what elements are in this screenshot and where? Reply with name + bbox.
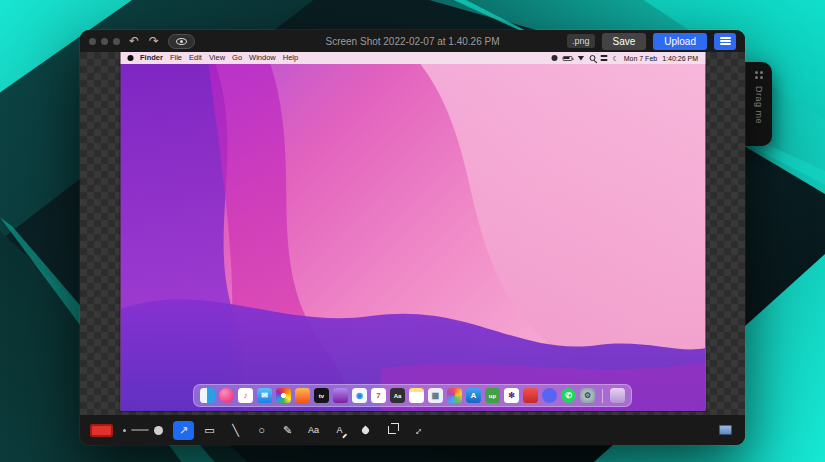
screenshot-editor-window: ↶ ↷ Screen Shot 2022-02-07 at 1.40.26 PM… — [80, 30, 745, 445]
text-style-icon: A — [336, 426, 342, 435]
slider-thumb[interactable] — [154, 426, 163, 435]
dock-icon-notes — [409, 388, 424, 403]
quick-access-button[interactable] — [715, 423, 735, 438]
dock-icon-app-store: A — [466, 388, 481, 403]
dock-icon-settings: ⚙ — [580, 388, 595, 403]
menubar-item-edit: Edit — [189, 54, 202, 62]
blur-tool-button[interactable] — [355, 421, 376, 440]
apple-icon — [127, 55, 133, 61]
resize-tool-button[interactable]: ↔ — [407, 421, 428, 440]
menubar-item-help: Help — [283, 54, 298, 62]
dock-icon-slack: ✻ — [504, 388, 519, 403]
titlebar-actions: .png Save Upload — [567, 33, 736, 50]
dock-icon-music: ♪ — [238, 388, 253, 403]
arrow-icon: ↗ — [179, 425, 188, 436]
window-controls — [89, 38, 120, 45]
eye-icon — [176, 38, 187, 45]
min-size-dot — [123, 429, 126, 432]
menubar-item-go: Go — [232, 54, 242, 62]
crop-tool-button[interactable] — [381, 421, 402, 440]
editing-toolbar: ↗ ▭ ╲ ○ ✎ Aa A — [80, 415, 745, 445]
crop-icon — [388, 426, 396, 434]
stroke-size-slider[interactable] — [123, 426, 163, 435]
dock-icon-grid-app: ▦ — [428, 388, 443, 403]
screenshot-image: Finder File Edit View Go Window Help ☾ M… — [120, 52, 705, 411]
focus-moon-icon: ☾ — [612, 55, 618, 62]
dock-icon-upnote: up — [485, 388, 500, 403]
window-control-dot[interactable] — [113, 38, 120, 45]
text-icon: Aa — [308, 426, 319, 435]
menu-button[interactable] — [714, 33, 736, 50]
menubar-date: Mon 7 Feb — [624, 55, 657, 62]
menubar-status-area: ☾ Mon 7 Feb 1:40:26 PM — [551, 55, 698, 62]
dock-separator — [602, 389, 603, 403]
resize-arrows-icon: ↔ — [410, 422, 426, 438]
menubar-item-window: Window — [249, 54, 276, 62]
dock-icon-pink-circle-app — [219, 388, 234, 403]
move-icon — [755, 71, 763, 79]
slider-track — [131, 429, 149, 431]
preview-button[interactable] — [168, 34, 195, 49]
window-titlebar[interactable]: ↶ ↷ Screen Shot 2022-02-07 at 1.40.26 PM… — [80, 30, 745, 52]
dock-icon-whatsapp: ✆ — [561, 388, 576, 403]
dock-icon-orange-app — [295, 388, 310, 403]
ellipse-icon: ○ — [258, 425, 265, 436]
dock-icon-dictionary: Aa — [390, 388, 405, 403]
undo-button[interactable]: ↶ — [128, 35, 140, 47]
menubar-clock: 1:40:26 PM — [662, 55, 698, 62]
rectangle-icon: ▭ — [204, 425, 214, 436]
text-tool-button[interactable]: Aa — [303, 421, 324, 440]
window-control-dot[interactable] — [101, 38, 108, 45]
menubar-item-view: View — [209, 54, 225, 62]
display-icon — [719, 425, 732, 435]
editor-canvas[interactable]: Finder File Edit View Go Window Help ☾ M… — [80, 52, 745, 415]
redo-button[interactable]: ↷ — [148, 35, 160, 47]
window-control-dot[interactable] — [89, 38, 96, 45]
line-icon: ╲ — [232, 425, 239, 436]
dock-icon-red-app — [523, 388, 538, 403]
status-app-icon — [551, 55, 557, 61]
macos-menubar: Finder File Edit View Go Window Help ☾ M… — [120, 52, 705, 64]
macos-dock: ♪✉tv◉7Aa▦Aup✻✆⚙ — [193, 384, 632, 407]
menubar-item-file: File — [170, 54, 182, 62]
pencil-icon: ✎ — [283, 425, 292, 436]
tool-group: ↗ ▭ ╲ ○ ✎ Aa A — [173, 421, 428, 440]
dock-icon-apple-tv: tv — [314, 388, 329, 403]
text-style-tool-button[interactable]: A — [329, 421, 350, 440]
line-tool-button[interactable]: ╲ — [225, 421, 246, 440]
droplet-icon — [361, 425, 371, 435]
dock-icon-safari: ◉ — [352, 388, 367, 403]
color-swatch[interactable] — [90, 424, 113, 437]
pencil-tool-button[interactable]: ✎ — [277, 421, 298, 440]
dock-icon-strip: ♪✉tv◉7Aa▦Aup✻✆⚙ — [193, 384, 632, 407]
arrow-tool-button[interactable]: ↗ — [173, 421, 194, 440]
rectangle-tool-button[interactable]: ▭ — [199, 421, 220, 440]
wifi-icon — [577, 56, 584, 61]
save-button[interactable]: Save — [602, 33, 647, 50]
upload-button[interactable]: Upload — [653, 33, 707, 50]
ellipse-tool-button[interactable]: ○ — [251, 421, 272, 440]
battery-icon — [562, 56, 572, 61]
monterey-wallpaper-image — [120, 64, 705, 411]
dock-icon-finder — [200, 388, 215, 403]
menubar-item-finder: Finder — [140, 54, 163, 62]
window-title: Screen Shot 2022-02-07 at 1.40.26 PM — [325, 36, 499, 47]
control-center-icon — [600, 55, 607, 61]
spotlight-search-icon — [589, 55, 595, 61]
dock-icon-mail: ✉ — [257, 388, 272, 403]
hamburger-icon — [720, 35, 731, 46]
format-badge[interactable]: .png — [567, 34, 595, 48]
dock-icon-photos — [276, 388, 291, 403]
mini-pencil-icon — [342, 433, 347, 438]
dock-icon-colorful-app — [447, 388, 462, 403]
dock-icon-trash — [610, 388, 625, 403]
drag-tab-label: Drag me — [754, 86, 764, 124]
dock-icon-podcasts — [333, 388, 348, 403]
dock-icon-calendar: 7 — [371, 388, 386, 403]
dock-icon-indigo-circle-app — [542, 388, 557, 403]
